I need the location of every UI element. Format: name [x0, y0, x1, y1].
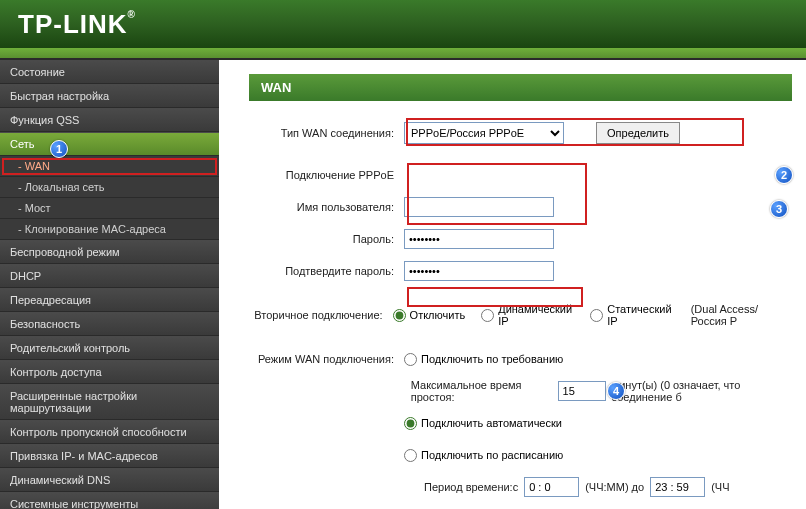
- period-label: Период времени:с: [424, 481, 518, 493]
- sidebar-item-2[interactable]: Функция QSS: [0, 108, 219, 132]
- annotation-badge-3: 3: [770, 200, 788, 218]
- pppoe-heading: Подключение PPPoE: [249, 169, 404, 181]
- period-from-input[interactable]: [524, 477, 579, 497]
- radio-static[interactable]: Статический IP: [590, 303, 674, 327]
- sidebar-item-5[interactable]: - Локальная сеть: [0, 177, 219, 198]
- password-label: Пароль:: [249, 233, 404, 245]
- sidebar-item-1[interactable]: Быстрая настройка: [0, 84, 219, 108]
- sidebar-item-14[interactable]: Расширенные настройки маршрутизации: [0, 384, 219, 420]
- confirm-password-input[interactable]: [404, 261, 554, 281]
- sidebar-item-8[interactable]: Беспроводной режим: [0, 240, 219, 264]
- annotation-badge-4: 4: [607, 382, 625, 400]
- radio-mode-schedule[interactable]: Подключить по расписанию: [404, 449, 563, 462]
- logo: TP-LINK®: [18, 9, 136, 40]
- sidebar-item-18[interactable]: Системные инструменты: [0, 492, 219, 509]
- max-idle-label: Максимальное время простоя:: [411, 379, 552, 403]
- sidebar-item-9[interactable]: DHCP: [0, 264, 219, 288]
- wan-mode-label: Режим WAN подключения:: [249, 353, 404, 365]
- section-title: WAN: [249, 74, 792, 101]
- radio-mode-demand[interactable]: Подключить по требованию: [404, 353, 563, 366]
- wan-type-select[interactable]: PPPoE/Россия PPPoE: [404, 122, 564, 144]
- annotation-badge-1: 1: [50, 140, 68, 158]
- sidebar-item-11[interactable]: Безопасность: [0, 312, 219, 336]
- max-idle-unit: минут(ы) (0 означает, что соединение б: [612, 379, 792, 403]
- sidebar: СостояниеБыстрая настройкаФункция QSSСет…: [0, 60, 219, 509]
- sidebar-item-4[interactable]: - WAN: [0, 156, 219, 177]
- username-input[interactable]: [404, 197, 554, 217]
- password-input[interactable]: [404, 229, 554, 249]
- secondary-label: Вторичное подключение:: [249, 309, 393, 321]
- radio-mode-auto[interactable]: Подключить автоматически: [404, 417, 562, 430]
- sidebar-item-3[interactable]: Сеть: [0, 132, 219, 156]
- sidebar-item-13[interactable]: Контроль доступа: [0, 360, 219, 384]
- period-end: (ЧЧ: [711, 481, 729, 493]
- header: TP-LINK®: [0, 0, 806, 48]
- max-idle-input[interactable]: [558, 381, 606, 401]
- detect-button[interactable]: Определить: [596, 122, 680, 144]
- username-label: Имя пользователя:: [249, 201, 404, 213]
- sidebar-item-15[interactable]: Контроль пропускной способности: [0, 420, 219, 444]
- sidebar-item-16[interactable]: Привязка IP- и MAC-адресов: [0, 444, 219, 468]
- header-strip: [0, 48, 806, 58]
- secondary-note: (Dual Access/Россия P: [691, 303, 792, 327]
- annotation-badge-2: 2: [775, 166, 793, 184]
- wan-type-label: Тип WAN соединения:: [249, 127, 404, 139]
- period-to-input[interactable]: [650, 477, 705, 497]
- sidebar-item-12[interactable]: Родительский контроль: [0, 336, 219, 360]
- radio-disable[interactable]: Отключить: [393, 309, 466, 322]
- confirm-label: Подтвердите пароль:: [249, 265, 404, 277]
- sidebar-item-0[interactable]: Состояние: [0, 60, 219, 84]
- radio-dynamic[interactable]: Динамический IP: [481, 303, 574, 327]
- sidebar-item-7[interactable]: - Клонирование MAC-адреса: [0, 219, 219, 240]
- sidebar-item-6[interactable]: - Мост: [0, 198, 219, 219]
- main-panel: WAN Тип WAN соединения: PPPoE/Россия PPP…: [219, 60, 806, 509]
- sidebar-item-10[interactable]: Переадресация: [0, 288, 219, 312]
- sidebar-item-17[interactable]: Динамический DNS: [0, 468, 219, 492]
- period-mid: (ЧЧ:ММ) до: [585, 481, 644, 493]
